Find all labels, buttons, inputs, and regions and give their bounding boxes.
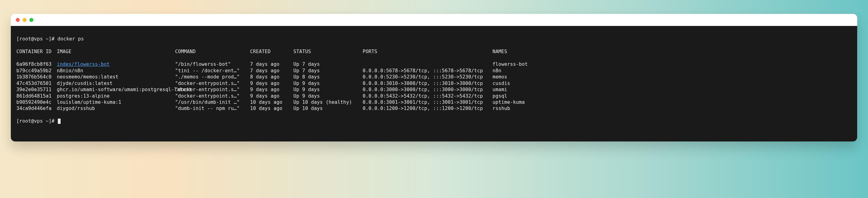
table-row: 1b3876b564c0neosmemo/memos:latest"./memo…: [17, 74, 851, 80]
window-titlebar: [11, 14, 857, 26]
col-header-image: IMAGE: [57, 48, 175, 55]
cell-image: ghcr.io/umami-software/umami:postgresql-…: [57, 87, 175, 93]
prompt-line-bottom: [root@vps ~]#: [17, 118, 851, 124]
cell-ports: 0.0.0.0:5678->5678/tcp, :::5678->5678/tc…: [363, 68, 493, 74]
cell-ports: 0.0.0.0:3001->3001/tcp, :::3001->3001/tc…: [363, 99, 493, 105]
cell-status: Up 10 days: [293, 105, 363, 111]
cell-status: Up 9 days: [293, 80, 363, 87]
cell-names: memos: [493, 74, 507, 80]
cell-command: "/usr/bin/dumb-init …": [175, 99, 250, 105]
cell-container-id: 47c453d76501: [17, 80, 57, 87]
cell-image: louislam/uptime-kuma:1: [57, 99, 175, 105]
cell-ports: 0.0.0.0:1200->1200/tcp, :::1200->1200/tc…: [363, 105, 493, 111]
col-header-command: COMMAND: [175, 48, 250, 55]
cell-ports: 0.0.0.0:5432->5432/tcp, :::5432->5432/tc…: [363, 93, 493, 99]
cell-image: djyde/cusdis:latest: [57, 80, 175, 87]
cell-image: n8nio/n8n: [57, 68, 175, 74]
cell-container-id: 1b3876b564c0: [17, 74, 57, 80]
col-header-names: NAMES: [493, 48, 507, 55]
cell-command: "dumb-init -- npm ru…": [175, 105, 250, 111]
cell-ports: 0.0.0.0:3000->3000/tcp, :::3000->3000/tc…: [363, 87, 493, 93]
cell-created: 10 days ago: [250, 105, 293, 111]
table-header-row: CONTAINER IDIMAGECOMMANDCREATEDSTATUSPOR…: [17, 48, 851, 55]
cell-created: 9 days ago: [250, 87, 293, 93]
minimize-dot-icon[interactable]: [23, 18, 27, 22]
cell-command: "/bin/flowerss-bot": [175, 61, 250, 67]
cell-container-id: 6a96f8cb8f63: [17, 61, 57, 67]
cell-created: 7 days ago: [250, 68, 293, 74]
table-row: 861dd64815a1postgres:13-alpine"docker-en…: [17, 93, 851, 99]
cell-image[interactable]: indes/flowerss-bot: [57, 61, 175, 67]
table-row: 47c453d76501djyde/cusdis:latest"docker-e…: [17, 80, 851, 87]
cell-container-id: 34ca9d446efa: [17, 105, 57, 111]
cell-command: "./memos --mode prod…": [175, 74, 250, 80]
cell-container-id: 39e2e0e35711: [17, 87, 57, 93]
close-dot-icon[interactable]: [16, 18, 20, 22]
cell-created: 7 days ago: [250, 61, 293, 67]
cell-status: Up 7 days: [293, 68, 363, 74]
terminal-body[interactable]: [root@vps ~]# docker ps CONTAINER IDIMAG…: [11, 26, 857, 141]
cell-created: 9 days ago: [250, 93, 293, 99]
cell-created: 9 days ago: [250, 80, 293, 87]
col-header-ports: PORTS: [363, 48, 493, 55]
cell-names: rsshub: [493, 105, 510, 111]
table-row: 6a96f8cb8f63indes/flowerss-bot"/bin/flow…: [17, 61, 851, 67]
terminal-window: [root@vps ~]# docker ps CONTAINER IDIMAG…: [11, 14, 857, 141]
cell-image: neosmemo/memos:latest: [57, 74, 175, 80]
cell-ports: [363, 61, 493, 67]
col-header-status: STATUS: [293, 48, 363, 55]
cell-container-id: 861dd64815a1: [17, 93, 57, 99]
cell-image: diygod/rsshub: [57, 105, 175, 111]
cell-image: postgres:13-alpine: [57, 93, 175, 99]
cell-status: Up 9 days: [293, 93, 363, 99]
cell-names: n8n: [493, 68, 501, 74]
table-row: 34ca9d446efadiygod/rsshub"dumb-init -- n…: [17, 105, 851, 111]
table-row: b90592490e4clouislam/uptime-kuma:1"/usr/…: [17, 99, 851, 105]
cell-command: "docker-entrypoint.s…": [175, 93, 250, 99]
col-header-id: CONTAINER ID: [17, 48, 57, 55]
cell-names: uptime-kuma: [493, 99, 525, 105]
table-row: 39e2e0e35711ghcr.io/umami-software/umami…: [17, 87, 851, 93]
cursor-icon: [58, 119, 61, 124]
cell-created: 8 days ago: [250, 74, 293, 80]
cell-names: flowerss-bot: [493, 61, 528, 67]
cell-command: "tini -- /docker-ent…": [175, 68, 250, 74]
col-header-created: CREATED: [250, 48, 293, 55]
cell-container-id: b79cc49a59b2: [17, 68, 57, 74]
cell-created: 10 days ago: [250, 99, 293, 105]
cell-command: "docker-entrypoint.s…": [175, 87, 250, 93]
cell-command: "docker-entrypoint.s…": [175, 80, 250, 87]
cell-ports: 0.0.0.0:3010->3000/tcp, :::3010->3000/tc…: [363, 80, 493, 87]
cell-ports: 0.0.0.0:5230->5230/tcp, :::5230->5230/tc…: [363, 74, 493, 80]
zoom-dot-icon[interactable]: [29, 18, 33, 22]
cell-status: Up 7 days: [293, 61, 363, 67]
table-row: b79cc49a59b2n8nio/n8n"tini -- /docker-en…: [17, 68, 851, 74]
cell-names: pgsql: [493, 93, 507, 99]
cell-status: Up 9 days: [293, 87, 363, 93]
cell-names: umami: [493, 87, 507, 93]
cell-container-id: b90592490e4c: [17, 99, 57, 105]
cell-status: Up 8 days: [293, 74, 363, 80]
prompt-line: [root@vps ~]# docker ps: [17, 36, 851, 42]
cell-names: cusdis: [493, 80, 510, 87]
cell-status: Up 10 days (healthy): [293, 99, 363, 105]
